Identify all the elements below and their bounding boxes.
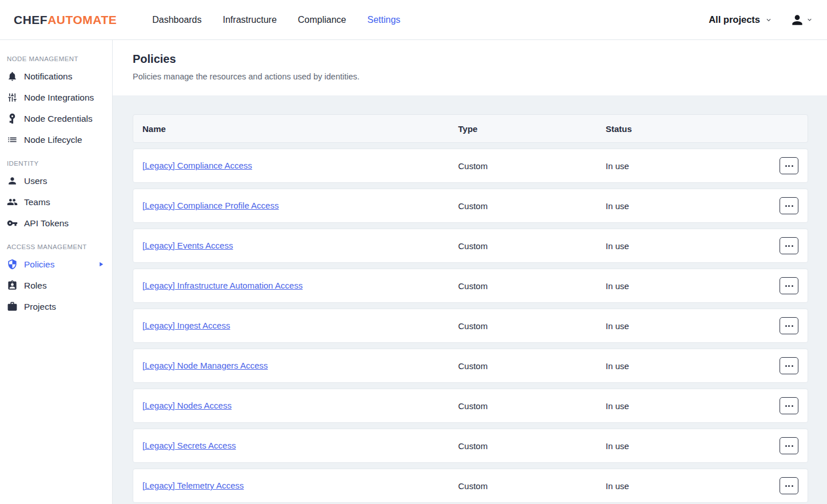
sidebar-item-label: Teams [24,197,50,207]
sliders-icon [7,92,18,103]
table-header-row: Name Type Status [133,114,808,143]
policy-link[interactable]: [Legacy] Ingest Access [142,321,230,330]
sidebar-item-projects[interactable]: Projects [0,296,112,317]
policy-link[interactable]: [Legacy] Telemetry Access [142,481,244,490]
nav-infrastructure[interactable]: Infrastructure [223,15,277,25]
top-navbar: CHEFAUTOMATE Dashboards Infrastructure C… [0,0,827,40]
table-row: [Legacy] Ingest Access Custom In use [133,309,808,343]
policy-type: Custom [458,161,606,171]
policy-type: Custom [458,241,606,251]
table-row: [Legacy] Compliance Profile Access Custo… [133,189,808,223]
page-description: Policies manage the resources and action… [133,72,807,81]
row-menu-button[interactable] [780,277,798,294]
nav-settings[interactable]: Settings [367,15,400,25]
main-nav: Dashboards Infrastructure Compliance Set… [152,15,400,25]
policy-status: In use [606,481,771,491]
table-row: [Legacy] Nodes Access Custom In use [133,389,808,423]
policy-link[interactable]: [Legacy] Compliance Profile Access [142,201,279,210]
policy-link[interactable]: [Legacy] Compliance Access [142,161,252,170]
sidebar-section-access-management: ACCESS MANAGEMENT [7,243,105,250]
policy-status: In use [606,201,771,211]
row-menu-button[interactable] [780,477,798,494]
row-menu-button[interactable] [780,197,798,214]
sidebar-item-label: Node Integrations [24,93,94,103]
table-row: [Legacy] Secrets Access Custom In use [133,429,808,463]
policy-status: In use [606,321,771,331]
sidebar-section-node-management: NODE MANAGEMENT [7,55,105,62]
sidebar-item-node-credentials[interactable]: Node Credentials [0,108,112,129]
key-vertical-icon [7,113,18,124]
column-header-status: Status [606,124,771,134]
sidebar-item-label: Policies [24,259,54,270]
sidebar-item-teams[interactable]: Teams [0,191,112,213]
policy-status: In use [606,401,771,411]
policy-status: In use [606,161,771,171]
policy-type: Custom [458,481,606,491]
sidebar-item-api-tokens[interactable]: API Tokens [0,213,112,234]
row-menu-button[interactable] [780,237,798,254]
projects-filter-dropdown[interactable]: All projects [709,14,773,25]
policy-link[interactable]: [Legacy] Nodes Access [142,401,232,410]
nav-compliance[interactable]: Compliance [298,15,346,25]
sidebar-item-label: Projects [24,302,56,312]
chevron-down-icon [765,16,773,24]
column-header-name: Name [142,124,458,134]
row-menu-button[interactable] [780,397,798,414]
policy-status: In use [606,241,771,251]
column-header-type: Type [458,124,606,134]
policy-type: Custom [458,361,606,371]
policy-type: Custom [458,321,606,331]
row-menu-button[interactable] [780,317,798,334]
policy-type: Custom [458,201,606,211]
page-title: Policies [133,53,807,66]
main-content: Policies Policies manage the resources a… [113,40,827,504]
badge-icon [7,280,18,291]
sidebar-item-label: Node Lifecycle [24,135,82,145]
policy-type: Custom [458,441,606,451]
bell-icon [7,71,18,82]
person-icon [790,13,805,27]
sidebar-section-identity: IDENTITY [7,160,105,167]
sidebar-item-label: Notifications [24,71,72,82]
nav-dashboards[interactable]: Dashboards [152,15,201,25]
policy-status: In use [606,361,771,371]
table-row: [Legacy] Compliance Access Custom In use [133,149,808,183]
sidebar-item-label: Roles [24,281,47,291]
sidebar-item-node-lifecycle[interactable]: Node Lifecycle [0,129,112,150]
user-menu[interactable] [790,13,813,27]
table-row: [Legacy] Events Access Custom In use [133,229,808,263]
settings-sidebar: NODE MANAGEMENT Notifications Node Integ… [0,40,113,504]
row-menu-button[interactable] [780,357,798,374]
policy-status: In use [606,281,771,291]
sidebar-item-label: Users [24,176,47,186]
sidebar-item-users[interactable]: Users [0,170,112,191]
table-row: [Legacy] Node Managers Access Custom In … [133,349,808,383]
briefcase-icon [7,301,18,312]
sidebar-item-node-integrations[interactable]: Node Integrations [0,87,112,108]
policy-status: In use [606,441,771,451]
chef-automate-logo[interactable]: CHEFAUTOMATE [14,13,117,27]
person-icon [7,175,18,186]
shield-icon [7,259,18,270]
key-icon [7,218,18,229]
policy-link[interactable]: [Legacy] Node Managers Access [142,361,268,370]
policy-type: Custom [458,401,606,411]
policy-type: Custom [458,281,606,291]
sidebar-item-notifications[interactable]: Notifications [0,66,112,87]
table-row: [Legacy] Infrastructure Automation Acces… [133,269,808,303]
policy-link[interactable]: [Legacy] Events Access [142,241,233,250]
sidebar-item-policies[interactable]: Policies [0,254,112,275]
list-icon [7,134,18,145]
navbar-right: All projects [709,13,813,27]
table-row: [Legacy] Telemetry Access Custom In use [133,469,808,503]
sidebar-item-roles[interactable]: Roles [0,275,112,296]
arrow-right-icon [97,261,105,268]
policy-link[interactable]: [Legacy] Infrastructure Automation Acces… [142,281,303,290]
logo-automate: AUTOMATE [47,13,117,26]
policy-link[interactable]: [Legacy] Secrets Access [142,441,236,450]
row-menu-button[interactable] [780,157,798,174]
policies-table: Name Type Status [Legacy] Compliance Acc… [133,114,808,503]
row-menu-button[interactable] [780,437,798,454]
sidebar-item-label: Node Credentials [24,114,93,124]
group-icon [7,197,18,207]
